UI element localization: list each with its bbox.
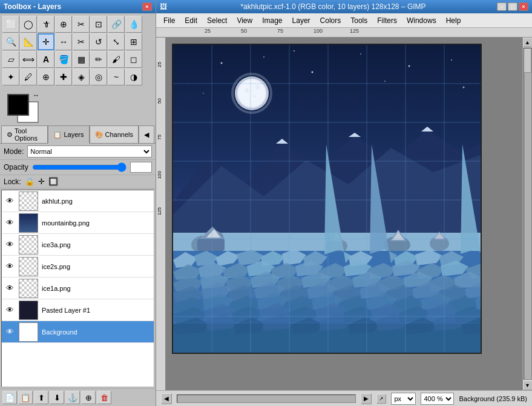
tool-align[interactable]: ↔ <box>55 33 72 50</box>
tool-blur-sharpen[interactable]: ◎ <box>90 68 107 85</box>
layer-item[interactable]: 👁 akhlut.png <box>2 190 154 212</box>
layer-item[interactable]: 👁 Pasted Layer #1 <box>2 299 154 321</box>
menu-colors[interactable]: Colors <box>315 15 346 26</box>
menu-tools[interactable]: Tools <box>346 15 372 26</box>
merge-layer-button[interactable]: ⊕ <box>81 391 96 404</box>
layer-visibility-toggle[interactable]: 👁 <box>4 327 15 338</box>
tab-layers[interactable]: 📋 Layers <box>48 125 89 144</box>
tool-heal[interactable]: ✚ <box>55 68 72 85</box>
layer-up-button[interactable]: ⬆ <box>34 391 48 404</box>
tab-collapse[interactable]: ◀ <box>139 125 154 143</box>
scroll-up-button[interactable]: ▲ <box>523 38 533 47</box>
menu-help[interactable]: Help <box>441 15 466 26</box>
tool-perspective[interactable]: ▱ <box>2 51 19 68</box>
tool-color-picker[interactable]: 💧 <box>125 16 142 33</box>
delete-layer-button[interactable]: 🗑 <box>97 391 111 404</box>
layer-thumbnail <box>19 322 38 342</box>
tool-rect-select[interactable]: ⬜ <box>2 16 19 33</box>
tool-paths[interactable]: 🔗 <box>108 16 125 33</box>
menu-image[interactable]: Image <box>257 15 287 26</box>
tool-scale[interactable]: ⤡ <box>108 33 125 50</box>
opacity-value-input[interactable]: 100.0 <box>130 162 152 173</box>
tool-text[interactable]: A <box>38 51 54 68</box>
foreground-color[interactable] <box>7 94 29 116</box>
layer-thumbnail <box>19 235 38 255</box>
layer-visibility-toggle[interactable]: 👁 <box>4 283 15 294</box>
maximize-button[interactable]: □ <box>508 2 517 11</box>
close-button[interactable]: × <box>519 2 528 11</box>
tool-blend[interactable]: ▦ <box>73 51 90 68</box>
tool-airbrush[interactable]: ✦ <box>2 68 19 85</box>
tool-free-select[interactable]: 🗡 <box>38 16 54 33</box>
opacity-slider[interactable] <box>32 163 126 171</box>
lock-alpha-icon[interactable]: 🔒 <box>25 177 34 186</box>
tool-bucket-fill[interactable]: 🪣 <box>55 51 72 68</box>
mode-select[interactable]: Normal Multiply Screen <box>27 145 152 158</box>
toolbox-close-button[interactable]: × <box>142 2 152 11</box>
layer-item[interactable]: 👁 ice2s.png <box>2 256 154 278</box>
tab-tool-options[interactable]: ⚙ Tool Options <box>1 125 48 143</box>
lock-visibility-icon[interactable]: 🔲 <box>48 177 58 186</box>
layer-visibility-toggle[interactable]: 👁 <box>4 218 15 228</box>
layer-item-background[interactable]: 👁 Background <box>2 321 154 343</box>
tool-scissors[interactable]: ✂ <box>73 16 90 33</box>
new-layer-button[interactable]: 📄 <box>2 391 17 404</box>
corner-button[interactable]: ↗ <box>376 394 386 404</box>
tool-smudge[interactable]: ~ <box>108 68 125 85</box>
minimize-button[interactable]: – <box>497 2 507 11</box>
tool-zoom[interactable]: 🔍 <box>2 33 19 50</box>
tool-fuzzy-select[interactable]: ⊕ <box>55 16 72 33</box>
tool-crop[interactable]: ✂ <box>73 33 90 50</box>
layer-visibility-toggle[interactable]: 👁 <box>4 239 15 250</box>
tool-perspective-clone[interactable]: ◈ <box>73 68 90 85</box>
ruler-mark-75: 75 <box>277 28 283 34</box>
tool-dodge-burn[interactable]: ◑ <box>125 68 142 85</box>
tool-pencil[interactable]: ✏ <box>90 51 107 68</box>
menu-view[interactable]: View <box>232 15 257 26</box>
tool-eraser[interactable]: ◻ <box>125 51 142 68</box>
main-title-label: *akhlutpic.xcf-1.0 (RGB color, 10 layers… <box>240 2 425 11</box>
layer-visibility-toggle[interactable]: 👁 <box>4 196 15 207</box>
scroll-left-button[interactable]: ◀ <box>161 393 172 404</box>
layer-item[interactable]: 👁 mountainbg.png <box>2 212 154 234</box>
layer-item[interactable]: 👁 ice3a.png <box>2 234 154 256</box>
tab-channels[interactable]: 🎨 Channels <box>90 125 139 143</box>
scroll-thumb-v[interactable] <box>524 48 531 73</box>
menu-bar: File Edit Select View Image Layer Colors… <box>156 13 532 28</box>
layer-item[interactable]: 👁 ice1a.png <box>2 278 154 299</box>
horizontal-scrollbar[interactable] <box>177 394 356 403</box>
tool-shear[interactable]: ⊞ <box>125 33 142 50</box>
menu-select[interactable]: Select <box>202 15 232 26</box>
main-title-icon: 🖼 <box>160 2 167 11</box>
scroll-down-button[interactable]: ▼ <box>523 381 533 390</box>
tool-measure[interactable]: 📐 <box>20 33 37 50</box>
menu-filters[interactable]: Filters <box>372 15 402 26</box>
tool-foreground-select[interactable]: ⊡ <box>90 16 107 33</box>
tool-flip[interactable]: ⟺ <box>20 51 37 68</box>
layer-down-button[interactable]: ⬇ <box>50 391 64 404</box>
anchor-layer-button[interactable]: ⚓ <box>65 391 80 404</box>
unit-select[interactable]: px mm in <box>391 393 416 405</box>
menu-layer[interactable]: Layer <box>287 15 315 26</box>
tool-ellipse-select[interactable]: ◯ <box>20 16 37 33</box>
layer-visibility-toggle[interactable]: 👁 <box>4 305 15 316</box>
canvas-scroll-area[interactable] <box>166 38 522 390</box>
tabs-area: ⚙ Tool Options 📋 Layers 🎨 Channels ◀ <box>0 124 156 144</box>
new-from-visible-button[interactable]: 📋 <box>18 391 33 404</box>
menu-windows[interactable]: Windows <box>402 15 441 26</box>
menu-edit[interactable]: Edit <box>180 15 202 26</box>
menu-file[interactable]: File <box>159 15 180 26</box>
layer-visibility-toggle[interactable]: 👁 <box>4 261 15 272</box>
tool-clone[interactable]: ⊕ <box>38 68 54 85</box>
swap-colors-icon[interactable]: ↔ <box>33 92 39 99</box>
scroll-right-button[interactable]: ▶ <box>361 393 372 404</box>
layer-name: Pasted Layer #1 <box>42 307 151 314</box>
zoom-select[interactable]: 400 % 200 % 100 % 50 % <box>421 393 454 405</box>
svg-point-9 <box>463 87 465 88</box>
lock-position-icon[interactable]: ✛ <box>38 177 45 186</box>
tool-ink[interactable]: 🖊 <box>20 68 37 85</box>
tool-move[interactable]: ✛ <box>38 33 54 50</box>
tool-paintbrush[interactable]: 🖌 <box>108 51 125 68</box>
tool-rotate[interactable]: ↺ <box>90 33 107 50</box>
svg-point-8 <box>203 93 204 94</box>
